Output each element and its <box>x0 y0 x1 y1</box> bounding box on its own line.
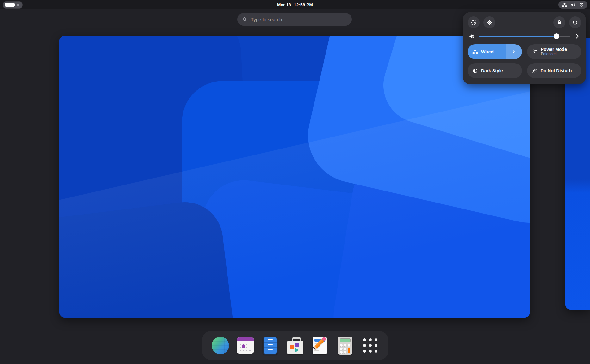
toggle-wired-label: Wired <box>481 49 494 54</box>
search-icon <box>242 17 247 22</box>
dock-app-calendar[interactable] <box>235 336 255 355</box>
toggle-wired[interactable]: Wired <box>468 44 522 59</box>
network-wired-icon <box>472 49 478 55</box>
dock-app-text-editor[interactable] <box>310 336 330 355</box>
software-store-icon <box>286 337 304 355</box>
volume-slider[interactable] <box>479 36 570 37</box>
toggle-dark-style-label: Dark Style <box>481 68 503 73</box>
dock-app-software[interactable] <box>285 336 305 355</box>
volume-icon <box>570 2 576 8</box>
clock-time: 12:58 PM <box>294 3 313 7</box>
workspace-thumbnail-current[interactable] <box>59 36 530 318</box>
app-grid-icon <box>363 338 377 353</box>
power-button[interactable] <box>569 16 581 28</box>
search-placeholder: Type to search <box>251 17 282 22</box>
files-icon <box>263 337 278 355</box>
system-tray-button[interactable] <box>558 1 587 9</box>
web-browser-icon <box>212 337 229 354</box>
power-profile-icon <box>532 49 538 55</box>
toggle-power-mode[interactable]: Power Mode Balanced <box>527 44 581 59</box>
volume-slider-knob[interactable] <box>554 33 559 39</box>
toggle-do-not-disturb-label: Do Not Disturb <box>541 68 572 73</box>
dock-app-files[interactable] <box>260 336 280 355</box>
volume-icon <box>469 33 475 39</box>
top-bar: Mar 18 12:58 PM <box>0 0 590 9</box>
chevron-right-icon[interactable] <box>574 33 580 39</box>
power-icon <box>579 2 584 7</box>
toggle-power-mode-sublabel: Balanced <box>541 52 567 57</box>
wired-submenu-arrow[interactable] <box>506 44 522 59</box>
calendar-icon <box>237 337 254 354</box>
quick-settings-panel: Wired Power Mode Balanced <box>463 12 586 84</box>
lock-icon <box>556 20 562 25</box>
volume-slider-fill <box>479 36 556 37</box>
lock-button[interactable] <box>553 16 565 28</box>
search-input[interactable]: Type to search <box>237 13 352 26</box>
dock-app-web[interactable] <box>210 336 230 355</box>
text-editor-icon <box>311 337 329 355</box>
chevron-right-icon <box>511 49 516 54</box>
settings-gear-icon <box>487 20 493 26</box>
toggle-power-mode-label: Power Mode <box>541 47 567 52</box>
screenshot-icon <box>471 20 477 26</box>
network-wired-icon <box>562 2 567 8</box>
settings-button[interactable] <box>483 16 495 28</box>
toggle-dark-style[interactable]: Dark Style <box>468 63 522 78</box>
toggle-do-not-disturb[interactable]: Do Not Disturb <box>527 63 581 78</box>
clock[interactable]: Mar 18 12:58 PM <box>0 0 590 9</box>
screenshot-button[interactable] <box>468 16 480 28</box>
calculator-icon <box>338 337 352 355</box>
dark-style-icon <box>472 68 478 74</box>
dock-app-calculator[interactable] <box>335 336 355 355</box>
bell-slash-icon <box>532 68 537 74</box>
clock-date: Mar 18 <box>277 3 291 7</box>
dock-app-grid[interactable] <box>360 336 380 355</box>
power-icon <box>572 20 578 25</box>
dash-dock <box>202 331 388 360</box>
